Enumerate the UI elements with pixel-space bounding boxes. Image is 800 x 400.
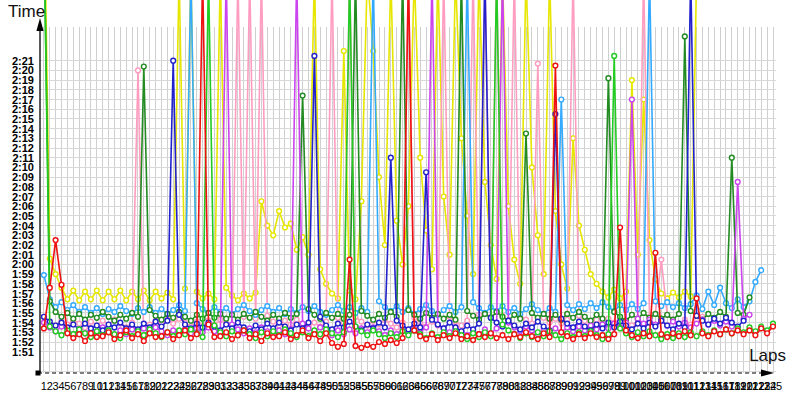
x-axis-title: Laps bbox=[749, 347, 786, 364]
origin-handle bbox=[36, 371, 41, 376]
lap-times-chart: 1:511:521:531:541:551:561:571:581:592:00… bbox=[0, 0, 800, 400]
y-axis-title: Time bbox=[8, 3, 45, 20]
y-tick-labels: 1:511:521:531:541:551:561:571:581:592:00… bbox=[12, 55, 35, 358]
chart-canvas: 1:511:521:531:541:551:561:571:581:592:00… bbox=[0, 0, 800, 400]
svg-text:125: 125 bbox=[764, 380, 782, 392]
svg-text:2:21: 2:21 bbox=[12, 55, 34, 67]
x-tick-labels: 1234567891011121314151617181920212223242… bbox=[41, 380, 782, 392]
